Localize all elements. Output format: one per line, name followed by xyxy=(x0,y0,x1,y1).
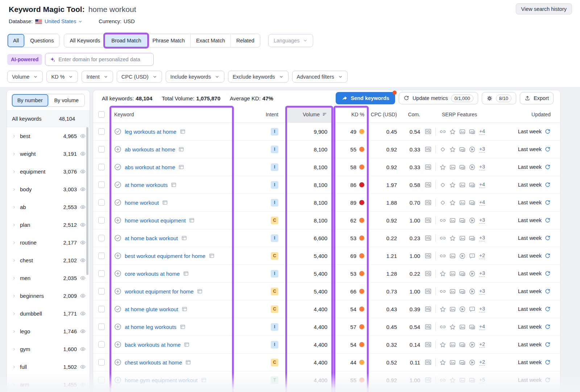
serp-preview-icon[interactable] xyxy=(424,128,432,135)
row-checkbox[interactable] xyxy=(98,288,105,295)
serp-more-count[interactable]: +4 xyxy=(479,199,485,205)
in-list-check-icon[interactable] xyxy=(114,128,121,135)
row-checkbox[interactable] xyxy=(98,253,105,259)
keyword-link[interactable]: core workouts at home xyxy=(125,271,180,277)
sidebar-tab-by-volume[interactable]: By volume xyxy=(48,94,85,107)
eye-icon[interactable] xyxy=(80,239,86,246)
in-list-check-icon[interactable] xyxy=(114,181,121,188)
serp-preview-icon[interactable] xyxy=(424,181,432,188)
keyword-link[interactable]: home workout equipment xyxy=(125,217,186,224)
sidebar-group-equipment[interactable]: equipment3,076 xyxy=(7,163,90,180)
refresh-icon[interactable] xyxy=(544,200,551,206)
chevron-right-icon[interactable] xyxy=(12,383,16,387)
keyword-link[interactable]: abs workout at home xyxy=(125,164,175,170)
eye-icon[interactable] xyxy=(80,151,86,157)
sidebar-group-ab[interactable]: ab2,553 xyxy=(7,198,90,216)
serp-page-icon[interactable] xyxy=(180,324,186,330)
eye-icon[interactable] xyxy=(80,328,86,334)
serp-page-icon[interactable] xyxy=(184,342,190,347)
refresh-icon[interactable] xyxy=(544,342,551,348)
sidebar-group-lego[interactable]: lego1,746 xyxy=(7,322,90,340)
row-checkbox[interactable] xyxy=(98,359,105,366)
sidebar-group-best[interactable]: best4,965 xyxy=(7,127,90,145)
column-header-com[interactable]: Com. xyxy=(401,112,422,117)
chevron-right-icon[interactable] xyxy=(12,312,16,316)
serp-page-icon[interactable] xyxy=(183,271,189,276)
row-checkbox[interactable] xyxy=(98,146,105,153)
chevron-right-icon[interactable] xyxy=(12,276,16,280)
tab-questions[interactable]: Questions xyxy=(25,34,59,47)
chevron-right-icon[interactable] xyxy=(12,187,16,192)
languages-dropdown[interactable]: Languages xyxy=(268,34,314,47)
refresh-icon[interactable] xyxy=(544,359,551,366)
add-keyword-plus-icon[interactable] xyxy=(114,288,121,295)
row-checkbox[interactable] xyxy=(98,217,105,224)
all-keywords-group[interactable]: All keywords 48,104 xyxy=(7,110,90,127)
chevron-right-icon[interactable] xyxy=(12,365,16,369)
serp-page-icon[interactable] xyxy=(182,306,187,312)
serp-preview-icon[interactable] xyxy=(424,217,432,224)
eye-icon[interactable] xyxy=(80,293,86,299)
eye-icon[interactable] xyxy=(80,204,86,210)
keyword-link[interactable]: back workouts at home xyxy=(125,342,181,348)
serp-preview-icon[interactable] xyxy=(424,341,432,348)
refresh-icon[interactable] xyxy=(544,253,551,259)
refresh-icon[interactable] xyxy=(544,164,551,170)
serp-page-icon[interactable] xyxy=(185,359,191,365)
refresh-icon[interactable] xyxy=(544,146,551,153)
row-checkbox[interactable] xyxy=(98,270,105,277)
refresh-icon[interactable] xyxy=(544,235,551,241)
serp-preview-icon[interactable] xyxy=(424,146,432,153)
database-selector[interactable]: United States xyxy=(35,18,83,24)
serp-more-count[interactable]: +3 xyxy=(479,288,485,294)
refresh-icon[interactable] xyxy=(544,306,551,312)
serp-more-count[interactable]: +3 xyxy=(479,164,485,170)
serp-more-count[interactable]: +5 xyxy=(479,377,485,383)
serp-preview-icon[interactable] xyxy=(424,305,432,313)
serp-more-count[interactable]: +4 xyxy=(479,324,485,330)
sidebar-group-beginners[interactable]: beginners2,009 xyxy=(7,287,90,305)
row-checkbox[interactable] xyxy=(98,164,105,170)
serp-preview-icon[interactable] xyxy=(424,359,432,366)
row-checkbox[interactable] xyxy=(98,341,105,348)
row-checkbox[interactable] xyxy=(98,182,105,188)
send-keywords-button[interactable]: Send keywords xyxy=(336,92,395,104)
serp-preview-icon[interactable] xyxy=(424,163,432,171)
eye-icon[interactable] xyxy=(80,222,86,228)
eye-icon[interactable] xyxy=(80,275,86,281)
filter-cpc-usd[interactable]: CPC (USD) xyxy=(117,71,162,83)
keyword-link[interactable]: home gym equipment workout xyxy=(125,377,198,383)
sidebar-tab-by-number[interactable]: By number xyxy=(12,94,48,107)
chevron-right-icon[interactable] xyxy=(12,258,16,263)
serp-page-icon[interactable] xyxy=(162,200,168,205)
refresh-icon[interactable] xyxy=(544,182,551,188)
eye-icon[interactable] xyxy=(80,346,86,352)
eye-icon[interactable] xyxy=(80,364,86,370)
serp-page-icon[interactable] xyxy=(181,235,187,241)
in-list-check-icon[interactable] xyxy=(114,163,121,171)
sidebar-group-gym[interactable]: gym1,600 xyxy=(7,340,90,358)
filter-kd[interactable]: KD % xyxy=(46,71,78,83)
sidebar-group-dumbbell[interactable]: dumbbell1,771 xyxy=(7,305,90,322)
row-checkbox[interactable] xyxy=(98,235,105,241)
tab-exact-match[interactable]: Exact Match xyxy=(191,34,231,47)
view-search-history-button[interactable]: View search history xyxy=(516,3,572,14)
keyword-link[interactable]: at home back workout xyxy=(125,235,178,241)
chevron-right-icon[interactable] xyxy=(12,152,16,156)
sidebar-group-full[interactable]: full1,502 xyxy=(7,358,90,376)
sidebar-scrollbar[interactable] xyxy=(86,127,88,275)
keyword-link[interactable]: ab workouts at home xyxy=(125,146,175,153)
chevron-right-icon[interactable] xyxy=(12,347,16,351)
serp-page-icon[interactable] xyxy=(201,377,207,383)
serp-page-icon[interactable] xyxy=(178,164,184,170)
refresh-icon[interactable] xyxy=(544,288,551,295)
chevron-right-icon[interactable] xyxy=(12,241,16,245)
settings-button[interactable]: 8/10 xyxy=(482,92,516,104)
update-metrics-button[interactable]: Update metrics 0/1,000 xyxy=(399,92,478,104)
sidebar-group-men[interactable]: men2,035 xyxy=(7,269,90,287)
serp-page-icon[interactable] xyxy=(197,288,203,294)
eye-icon[interactable] xyxy=(80,186,86,192)
chevron-right-icon[interactable] xyxy=(12,205,16,209)
serp-more-count[interactable]: +3 xyxy=(479,146,485,152)
keyword-link[interactable]: workout equipment for home xyxy=(125,288,194,295)
